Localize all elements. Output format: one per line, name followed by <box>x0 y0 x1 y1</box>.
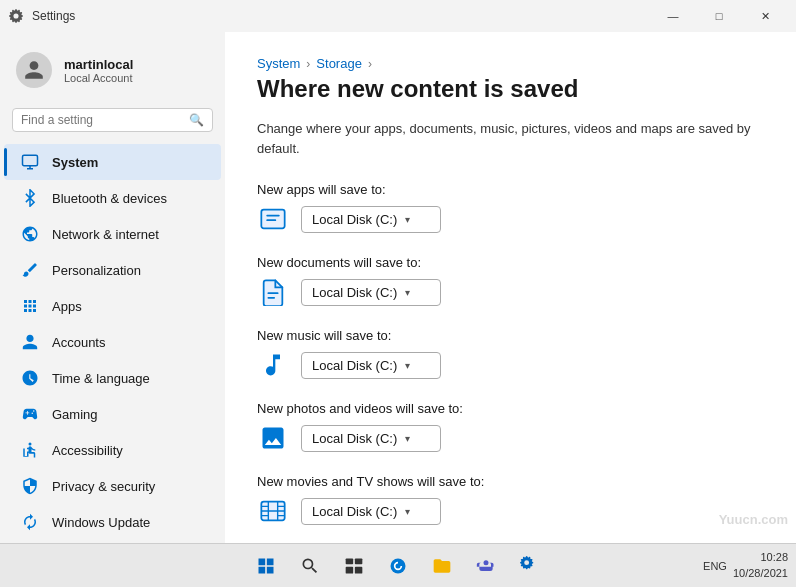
accounts-label: Accounts <box>52 335 105 350</box>
sidebar-item-accessibility[interactable]: Accessibility <box>4 432 221 468</box>
taskbar: ENG 10:28 10/28/2021 <box>0 543 796 587</box>
setting-group-apps: New apps will save to: Local Disk (C:) ▾ <box>257 182 764 235</box>
movies-save-label: New movies and TV shows will save to: <box>257 474 764 489</box>
docs-save-chevron: ▾ <box>405 287 410 298</box>
apps-save-value: Local Disk (C:) <box>312 212 397 227</box>
accessibility-icon <box>20 440 40 460</box>
network-icon <box>20 224 40 244</box>
setting-group-docs: New documents will save to: Local Disk (… <box>257 255 764 308</box>
update-label: Windows Update <box>52 515 150 530</box>
title-bar-text: Settings <box>32 9 75 23</box>
music-save-dropdown[interactable]: Local Disk (C:) ▾ <box>301 352 441 379</box>
title-bar-controls: — □ ✕ <box>650 0 788 32</box>
personalization-label: Personalization <box>52 263 141 278</box>
taskbar-date-value: 10/28/2021 <box>733 566 788 581</box>
taskview-button[interactable] <box>336 548 372 584</box>
account-type: Local Account <box>64 72 133 84</box>
sidebar-item-apps[interactable]: Apps <box>4 288 221 324</box>
sidebar-item-personalization[interactable]: Personalization <box>4 252 221 288</box>
privacy-icon <box>20 476 40 496</box>
movies-save-chevron: ▾ <box>405 506 410 517</box>
start-button[interactable] <box>248 548 284 584</box>
avatar <box>16 52 52 88</box>
breadcrumb-storage[interactable]: Storage <box>316 56 362 71</box>
minimize-button[interactable]: — <box>650 0 696 32</box>
time-label: Time & language <box>52 371 150 386</box>
svg-rect-4 <box>346 558 354 564</box>
svg-rect-6 <box>346 566 354 573</box>
gaming-icon <box>20 404 40 424</box>
setting-group-music: New music will save to: Local Disk (C:) … <box>257 328 764 381</box>
apps-label: Apps <box>52 299 82 314</box>
teams-button[interactable] <box>468 548 504 584</box>
sidebar-item-accounts[interactable]: Accounts <box>4 324 221 360</box>
movies-save-value: Local Disk (C:) <box>312 504 397 519</box>
main-content: System › Storage › Where new content is … <box>225 32 796 543</box>
apps-save-chevron: ▾ <box>405 214 410 225</box>
close-button[interactable]: ✕ <box>742 0 788 32</box>
page-title: Where new content is saved <box>257 75 764 103</box>
sidebar-item-time[interactable]: Time & language <box>4 360 221 396</box>
breadcrumb-system[interactable]: System <box>257 56 300 71</box>
explorer-button[interactable] <box>424 548 460 584</box>
apps-save-dropdown[interactable]: Local Disk (C:) ▾ <box>301 206 441 233</box>
taskbar-right: ENG 10:28 10/28/2021 <box>703 550 788 581</box>
setting-group-movies: New movies and TV shows will save to: Lo… <box>257 474 764 527</box>
watermark: Yuucn.com <box>719 512 788 527</box>
system-icon <box>20 152 40 172</box>
photos-save-icon <box>257 422 289 454</box>
update-icon <box>20 512 40 532</box>
sidebar-item-gaming[interactable]: Gaming <box>4 396 221 432</box>
bluetooth-icon <box>20 188 40 208</box>
privacy-label: Privacy & security <box>52 479 155 494</box>
music-save-row: Local Disk (C:) ▾ <box>257 349 764 381</box>
photos-save-label: New photos and videos will save to: <box>257 401 764 416</box>
accessibility-label: Accessibility <box>52 443 123 458</box>
photos-save-chevron: ▾ <box>405 433 410 444</box>
docs-save-row: Local Disk (C:) ▾ <box>257 276 764 308</box>
sidebar-item-system[interactable]: System <box>4 144 221 180</box>
time-icon <box>20 368 40 388</box>
music-save-chevron: ▾ <box>405 360 410 371</box>
svg-rect-2 <box>261 210 284 229</box>
title-bar: Settings — □ ✕ <box>0 0 796 32</box>
apps-save-row: Local Disk (C:) ▾ <box>257 203 764 235</box>
sidebar-item-bluetooth[interactable]: Bluetooth & devices <box>4 180 221 216</box>
docs-save-label: New documents will save to: <box>257 255 764 270</box>
edge-browser[interactable] <box>380 548 416 584</box>
movies-save-icon <box>257 495 289 527</box>
taskbar-center <box>248 548 548 584</box>
setting-group-photos: New photos and videos will save to: Loca… <box>257 401 764 454</box>
user-profile: martinlocal Local Account <box>0 40 225 104</box>
taskbar-time-value: 10:28 <box>733 550 788 565</box>
docs-save-value: Local Disk (C:) <box>312 285 397 300</box>
network-label: Network & internet <box>52 227 159 242</box>
gaming-label: Gaming <box>52 407 98 422</box>
photos-save-dropdown[interactable]: Local Disk (C:) ▾ <box>301 425 441 452</box>
personalization-icon <box>20 260 40 280</box>
apps-save-icon <box>257 203 289 235</box>
movies-save-dropdown[interactable]: Local Disk (C:) ▾ <box>301 498 441 525</box>
sidebar-item-privacy[interactable]: Privacy & security <box>4 468 221 504</box>
svg-rect-7 <box>355 566 363 573</box>
title-bar-left: Settings <box>8 8 75 24</box>
svg-rect-5 <box>355 558 363 564</box>
settings-taskbar[interactable] <box>512 548 548 584</box>
breadcrumb: System › Storage › <box>257 56 764 71</box>
photos-save-value: Local Disk (C:) <box>312 431 397 446</box>
sidebar-item-update[interactable]: Windows Update <box>4 504 221 540</box>
bluetooth-label: Bluetooth & devices <box>52 191 167 206</box>
system-label: System <box>52 155 98 170</box>
language-indicator: ENG <box>703 560 727 572</box>
breadcrumb-sep-1: › <box>306 57 310 71</box>
music-save-icon <box>257 349 289 381</box>
maximize-button[interactable]: □ <box>696 0 742 32</box>
svg-point-8 <box>484 560 489 565</box>
search-taskbar[interactable] <box>292 548 328 584</box>
app-body: martinlocal Local Account 🔍 System Bluet… <box>0 32 796 543</box>
search-input[interactable] <box>21 113 183 127</box>
search-box[interactable]: 🔍 <box>12 108 213 132</box>
docs-save-dropdown[interactable]: Local Disk (C:) ▾ <box>301 279 441 306</box>
sidebar-item-network[interactable]: Network & internet <box>4 216 221 252</box>
breadcrumb-sep-2: › <box>368 57 372 71</box>
